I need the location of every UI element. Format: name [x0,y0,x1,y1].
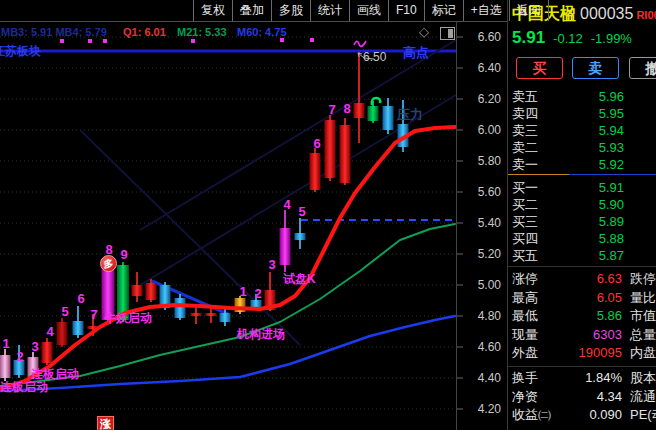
ma-red-q1 [0,127,455,389]
level-label: 卖四 [512,106,538,121]
sequence-number-marker: 6 [313,137,320,150]
toolbar-button-F10[interactable]: F10 [389,0,425,21]
bid-row[interactable]: 买一5.91 [512,179,624,196]
buy-button[interactable]: 买 [516,57,563,79]
stat-value: 6303 [512,326,622,344]
price-change-percent: -1.99% [591,31,632,46]
kline-chart[interactable]: MB3: 5.91 MB4: 5.79 Q1: 6.01 M21: 5.33 M… [0,0,507,430]
level-label: 买三 [512,214,538,229]
level-label: 买四 [512,231,538,246]
diamond-marker-icon[interactable]: ◇ [419,24,429,39]
q1-indicator-label: Q1: 6.01 [123,26,166,38]
sequence-number-marker: 2 [16,350,23,363]
bid-row[interactable]: 买四5.88 [512,230,624,247]
toolbar-button-多股[interactable]: 多股 [272,0,311,21]
sequence-number-marker: 7 [90,308,97,321]
toolbar-button-标记[interactable]: 标记 [425,0,464,21]
stat-label-2: 市值 [630,307,656,325]
stat-label-2: 股本 [630,369,656,387]
candle-body-red [132,285,143,296]
price-change: -0.12 [553,31,583,46]
level-label: 卖三 [512,123,538,138]
panel-divider [508,366,656,367]
toolbar-button-返回[interactable]: 返回 [510,0,549,21]
panel-toggle-icon[interactable] [440,27,455,40]
stat-row-换手: 换手1.84%股本 [512,369,656,387]
stat-row-外盘: 外盘190095内盘 [512,344,656,362]
candle-body-red [340,125,351,183]
level-label: 卖五 [512,89,538,104]
stat-value: 6.05 [512,289,622,307]
stat-row-涨停: 涨停6.63跌停 [512,270,656,288]
level-label: 买一 [512,180,538,195]
level-label: 卖二 [512,140,538,155]
price-axis-label: 6.20 [457,93,501,105]
limit-up-dot [103,39,107,43]
sequence-number-marker: 3 [268,258,275,271]
stat-value: 5.86 [512,307,622,325]
pressure-label: 压力 [397,106,423,124]
price-axis: 6.606.406.206.005.805.605.405.205.004.80… [457,0,503,430]
toolbar-button-统计[interactable]: 统计 [311,0,350,21]
level-price: 5.89 [599,213,624,230]
chart-note: 试盘K [283,271,316,288]
stat-label-2: PE(动 [630,406,656,424]
mb-indicator-label: MB3: 5.91 MB4: 5.79 [1,26,107,38]
ask-row[interactable]: 卖五5.96 [512,88,624,105]
level-label: 卖一 [512,157,538,172]
bid-row[interactable]: 买五5.87 [512,247,624,264]
bid-row[interactable]: 买二5.90 [512,196,624,213]
stat-row-现量: 现量6303总量 [512,326,656,344]
sequence-number-marker: 8 [343,102,350,115]
toolbar-button-画线[interactable]: 画线 [350,0,389,21]
price-axis-label: 6.40 [457,62,501,74]
stat-value: 190095 [512,344,622,362]
ask-row[interactable]: 卖一5.92 [512,156,624,173]
sequence-number-marker: 9 [120,248,127,261]
chart-note: 牛妖启动 [104,310,152,327]
candle-body-cyan [175,298,186,318]
bid-row[interactable]: 买三5.89 [512,213,624,230]
level-price: 5.92 [599,156,624,173]
price-axis-label: 5.00 [457,279,501,291]
stat-label-2: 流通 [630,388,656,406]
sell-button[interactable]: 卖 [572,57,619,79]
sequence-number-marker: 5 [61,305,68,318]
toolbar-button-复权[interactable]: 复权 [193,0,233,21]
toolbar-button-叠加[interactable]: 叠加 [233,0,272,21]
chart-note: 机构进场 [237,326,285,343]
level-price: 5.88 [599,230,624,247]
price-axis-label: 4.40 [457,372,501,384]
last-price: 5.91 [512,28,545,47]
stock-code: 000035 [580,5,633,22]
m21-indicator-label: M21: 5.33 [177,26,227,38]
candle-body-cyan [220,313,231,322]
level-price: 5.91 [599,179,624,196]
duo-buy-badge: 多 [100,255,117,272]
ask-row[interactable]: 卖四5.95 [512,105,624,122]
stat-label-2: 跌停 [630,270,656,288]
candle-body-darkred [57,322,68,345]
panel-divider [508,266,656,267]
toolbar: 复权叠加多股统计画线F10标记+自选返回 [193,0,549,21]
stat-label-2: 总量 [630,326,656,344]
ask-row[interactable]: 卖二5.93 [512,139,624,156]
limit-up-dot [280,38,284,42]
level-price: 5.87 [599,247,624,264]
cancel-button[interactable]: 撤 [629,57,656,79]
candle-body-red [206,313,217,316]
ask-row[interactable]: 卖三5.94 [512,122,624,139]
stat-row-最低: 最低5.86市值 [512,307,656,325]
stat-row-净资: 净资4.34流通 [512,388,656,406]
limit-up-dot [60,39,64,43]
candle-body-cyan [383,106,394,130]
candle-body-red [191,313,202,316]
level-label: 买二 [512,197,538,212]
sequence-number-marker: 2 [254,287,261,300]
price-axis-label: 6.00 [457,124,501,136]
level-price: 5.93 [599,139,624,156]
candle-body-red [310,153,321,190]
price-axis-label: 5.60 [457,186,501,198]
toolbar-button-+自选[interactable]: +自选 [464,0,510,21]
level-price: 5.96 [599,88,624,105]
